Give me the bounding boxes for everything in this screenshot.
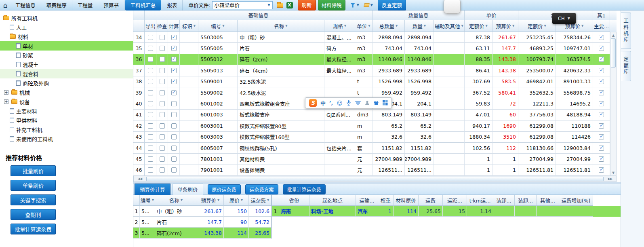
price-col-header-0[interactable]: 编号▼ [140, 195, 155, 206]
checkbox[interactable] [160, 101, 165, 106]
filter-arrow-icon[interactable]: ▼ [285, 24, 287, 27]
checkbox-cell[interactable] [168, 98, 180, 109]
checkbox[interactable] [148, 46, 153, 51]
toolbar-tab-2[interactable]: 工程量 [72, 0, 99, 11]
filter-funnel-icon[interactable]: ▼ [350, 3, 359, 8]
filter-arrow-icon[interactable]: ▼ [267, 198, 269, 202]
toolbar-tab-3[interactable]: 预算书 [98, 0, 124, 11]
freight-col-header-11[interactable]: 运费增加(%) [559, 195, 593, 206]
filter-arrow-icon[interactable]: ▼ [512, 24, 514, 27]
checkbox[interactable] [148, 57, 153, 62]
checkbox[interactable] [148, 134, 153, 139]
keyboard-icon[interactable] [355, 101, 361, 106]
col-header-7[interactable]: 单位▼ [355, 20, 373, 32]
checkbox[interactable] [171, 123, 177, 129]
checkbox-cell[interactable] [156, 120, 168, 131]
bottom-button-1[interactable]: 运杂费方案 [245, 184, 278, 194]
table-row[interactable]: 365505012碎石（2cm）最大粒径...m31140.8461140.84… [133, 54, 617, 65]
horizontal-scrollbar[interactable]: ◀◀ ▶▶ [133, 176, 617, 182]
tree-item-0[interactable]: 所有工料机 [0, 13, 133, 23]
expand-icon[interactable]: + [4, 99, 8, 104]
checkbox-cell[interactable] [593, 110, 610, 120]
col-header-0[interactable]: 导出 [145, 20, 156, 32]
col-header-2[interactable]: 计算 [168, 20, 180, 32]
emoji-icon[interactable]: ☺ [337, 100, 343, 106]
checkbox[interactable] [148, 68, 153, 73]
checkbox-cell[interactable] [168, 154, 180, 165]
tree-item-10[interactable]: 主要材料 [0, 106, 133, 116]
freight-col-header-3[interactable]: 权重 [378, 195, 394, 206]
checkbox[interactable] [171, 90, 177, 95]
checkbox[interactable] [171, 167, 177, 173]
checkbox[interactable] [171, 35, 177, 40]
filter-arrow-icon[interactable]: ▼ [368, 24, 370, 27]
punctuation-icon[interactable]: ’, [329, 100, 333, 106]
bottom-tab-1[interactable]: 单条刷价 [173, 184, 203, 195]
freight-col-header-5[interactable]: 运费 [419, 195, 443, 206]
toolbar-tab-5[interactable]: 报表 [162, 0, 183, 11]
checkbox-cell[interactable] [168, 65, 180, 76]
checkbox[interactable] [148, 101, 153, 106]
checkbox[interactable] [148, 123, 153, 129]
filter-arrow-icon[interactable]: ▼ [424, 24, 426, 27]
checkbox-cell[interactable] [156, 65, 168, 76]
checkbox[interactable] [160, 79, 165, 84]
checkbox-cell[interactable] [145, 165, 156, 176]
checkbox[interactable] [599, 57, 604, 62]
col-header-8[interactable]: 总数量▼ [373, 20, 405, 32]
col-header-13[interactable]: 定额价▼ [518, 20, 556, 32]
checkbox[interactable] [160, 46, 165, 51]
checkbox-cell[interactable] [593, 120, 610, 131]
checkbox[interactable] [599, 90, 604, 95]
filter-arrow-icon[interactable]: ▼ [181, 198, 183, 202]
freight-col-header-9[interactable]: 装卸... [515, 195, 537, 206]
checkbox[interactable] [160, 35, 165, 40]
freight-col-header-2[interactable]: 运输... [356, 195, 378, 206]
checkbox-cell[interactable] [593, 87, 610, 98]
toolbar-tab-0[interactable]: 工程信息 [10, 0, 41, 11]
unit-price-file-select[interactable]: 小箱梁单价 ▼ [212, 1, 273, 9]
table-row[interactable]: 416001003板式橡胶支座GJZ系列...dm3803.149803.149… [133, 110, 617, 120]
filter-arrow-icon[interactable]: ▼ [461, 24, 463, 27]
freight-col-header-6[interactable]: 运距... [443, 195, 467, 206]
checkbox-cell[interactable] [156, 43, 168, 54]
checkbox[interactable] [148, 112, 153, 117]
filter-arrow-icon[interactable]: ▼ [396, 24, 398, 27]
group-header[interactable]: 其1 [593, 11, 610, 20]
checkbox-cell[interactable] [156, 87, 168, 98]
col-header-15[interactable]: 主要... [593, 20, 610, 32]
checkbox[interactable] [171, 79, 177, 84]
checkbox[interactable] [148, 35, 153, 40]
freight-col-header-10[interactable]: 其他... [537, 195, 559, 206]
microphone-icon[interactable] [346, 100, 351, 106]
table-row[interactable]: 345503005中（粗）砂混凝土、...m32898.0942898.0948… [133, 32, 617, 43]
checkbox-cell[interactable] [593, 154, 610, 165]
checkbox[interactable] [160, 123, 165, 129]
col-header-11[interactable]: 定额价▼ [465, 20, 492, 32]
refresh-button[interactable]: 刷新 [298, 0, 316, 11]
filter-arrow-icon[interactable]: ▼ [581, 24, 583, 27]
table-row[interactable]: 355505005片石码方m3743.04743.0463.11147.7468… [133, 43, 617, 54]
person-icon[interactable] [365, 100, 370, 106]
reverse-lookup-quota-button[interactable]: 反查定额 [378, 0, 406, 11]
bottom-button-2[interactable]: 批量计算运杂费 [283, 184, 326, 194]
checkbox-cell[interactable] [156, 110, 168, 120]
col-header-9[interactable]: 数量▼ [405, 20, 434, 32]
table-row[interactable]: 457801001其他材料费元27004.98927004.9891127004… [133, 154, 617, 165]
checkbox-cell[interactable] [145, 132, 156, 143]
scroll-down-icon[interactable]: ▼ [610, 170, 616, 175]
checkbox[interactable] [171, 156, 177, 162]
checkbox[interactable] [599, 68, 604, 73]
checkbox[interactable] [171, 112, 177, 117]
price-button-0[interactable]: 批量刷价 [11, 165, 56, 176]
scrollbar-thumb[interactable] [146, 177, 604, 181]
open-folder-icon[interactable] [277, 3, 283, 8]
checkbox[interactable] [160, 112, 165, 117]
checkbox-cell[interactable] [168, 110, 180, 120]
col-header-5[interactable]: 名称▼ [238, 20, 324, 32]
checkbox-cell[interactable] [145, 54, 156, 65]
checkbox[interactable] [148, 167, 153, 173]
checkbox[interactable] [148, 90, 153, 95]
expand-icon[interactable]: + [4, 90, 8, 95]
home-icon[interactable]: ⌂ [3, 1, 8, 9]
